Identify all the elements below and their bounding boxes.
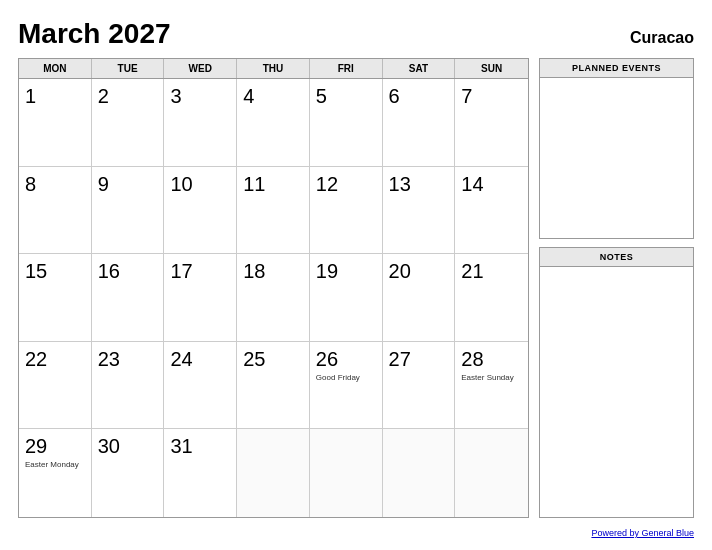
notes-box: NOTES bbox=[539, 247, 694, 518]
day-number: 18 bbox=[243, 259, 303, 283]
day-event: Easter Monday bbox=[25, 460, 85, 470]
day-cell: 12 bbox=[310, 167, 383, 255]
day-cell: 28Easter Sunday bbox=[455, 342, 528, 430]
day-headers: MONTUEWEDTHUFRISATSUN bbox=[19, 59, 528, 79]
day-number: 22 bbox=[25, 347, 85, 371]
day-cell: 7 bbox=[455, 79, 528, 167]
day-header-mon: MON bbox=[19, 59, 92, 78]
day-cell bbox=[310, 429, 383, 517]
day-number: 25 bbox=[243, 347, 303, 371]
day-number: 31 bbox=[170, 434, 230, 458]
powered-by-link[interactable]: Powered by General Blue bbox=[591, 528, 694, 538]
day-cell: 16 bbox=[92, 254, 165, 342]
day-number: 24 bbox=[170, 347, 230, 371]
day-number: 17 bbox=[170, 259, 230, 283]
day-cell: 6 bbox=[383, 79, 456, 167]
main-content: MONTUEWEDTHUFRISATSUN 123456789101112131… bbox=[18, 58, 694, 518]
footer: Powered by General Blue bbox=[18, 522, 694, 540]
day-header-tue: TUE bbox=[92, 59, 165, 78]
day-cell: 21 bbox=[455, 254, 528, 342]
notes-title: NOTES bbox=[540, 248, 693, 267]
day-cell: 11 bbox=[237, 167, 310, 255]
day-cell: 17 bbox=[164, 254, 237, 342]
day-number: 23 bbox=[98, 347, 158, 371]
day-cell: 27 bbox=[383, 342, 456, 430]
day-number: 16 bbox=[98, 259, 158, 283]
day-cell: 13 bbox=[383, 167, 456, 255]
day-number: 20 bbox=[389, 259, 449, 283]
day-cell: 15 bbox=[19, 254, 92, 342]
day-number: 5 bbox=[316, 84, 376, 108]
day-number: 9 bbox=[98, 172, 158, 196]
day-cell: 10 bbox=[164, 167, 237, 255]
planned-events-content bbox=[540, 78, 693, 238]
day-number: 30 bbox=[98, 434, 158, 458]
day-cell: 14 bbox=[455, 167, 528, 255]
day-header-fri: FRI bbox=[310, 59, 383, 78]
calendar-section: MONTUEWEDTHUFRISATSUN 123456789101112131… bbox=[18, 58, 529, 518]
day-cell: 23 bbox=[92, 342, 165, 430]
day-cell: 30 bbox=[92, 429, 165, 517]
day-event: Good Friday bbox=[316, 373, 376, 383]
day-cell: 8 bbox=[19, 167, 92, 255]
day-cell: 24 bbox=[164, 342, 237, 430]
month-title: March 2027 bbox=[18, 18, 171, 50]
day-header-sat: SAT bbox=[383, 59, 456, 78]
day-cell: 20 bbox=[383, 254, 456, 342]
day-cell bbox=[383, 429, 456, 517]
day-cell bbox=[237, 429, 310, 517]
day-cell: 2 bbox=[92, 79, 165, 167]
day-number: 29 bbox=[25, 434, 85, 458]
day-number: 27 bbox=[389, 347, 449, 371]
day-number: 8 bbox=[25, 172, 85, 196]
notes-content bbox=[540, 267, 693, 517]
day-cell: 29Easter Monday bbox=[19, 429, 92, 517]
day-cell: 18 bbox=[237, 254, 310, 342]
day-number: 10 bbox=[170, 172, 230, 196]
day-number: 1 bbox=[25, 84, 85, 108]
day-number: 28 bbox=[461, 347, 522, 371]
region-title: Curacao bbox=[630, 29, 694, 47]
day-number: 15 bbox=[25, 259, 85, 283]
day-cell: 4 bbox=[237, 79, 310, 167]
day-number: 2 bbox=[98, 84, 158, 108]
day-cell: 5 bbox=[310, 79, 383, 167]
day-number: 7 bbox=[461, 84, 522, 108]
day-number: 21 bbox=[461, 259, 522, 283]
day-number: 19 bbox=[316, 259, 376, 283]
day-number: 3 bbox=[170, 84, 230, 108]
day-header-thu: THU bbox=[237, 59, 310, 78]
day-header-wed: WED bbox=[164, 59, 237, 78]
day-number: 4 bbox=[243, 84, 303, 108]
day-cell: 22 bbox=[19, 342, 92, 430]
day-number: 11 bbox=[243, 172, 303, 196]
day-cell: 31 bbox=[164, 429, 237, 517]
page: March 2027 Curacao MONTUEWEDTHUFRISATSUN… bbox=[0, 0, 712, 550]
day-event: Easter Sunday bbox=[461, 373, 522, 383]
day-number: 12 bbox=[316, 172, 376, 196]
planned-events-title: PLANNED EVENTS bbox=[540, 59, 693, 78]
day-number: 26 bbox=[316, 347, 376, 371]
day-header-sun: SUN bbox=[455, 59, 528, 78]
day-cell: 3 bbox=[164, 79, 237, 167]
sidebar: PLANNED EVENTS NOTES bbox=[539, 58, 694, 518]
day-number: 13 bbox=[389, 172, 449, 196]
day-cell: 9 bbox=[92, 167, 165, 255]
day-number: 6 bbox=[389, 84, 449, 108]
calendar-grid: 1234567891011121314151617181920212223242… bbox=[19, 79, 528, 517]
day-cell: 25 bbox=[237, 342, 310, 430]
day-cell: 19 bbox=[310, 254, 383, 342]
planned-events-box: PLANNED EVENTS bbox=[539, 58, 694, 239]
day-number: 14 bbox=[461, 172, 522, 196]
day-cell bbox=[455, 429, 528, 517]
header: March 2027 Curacao bbox=[18, 18, 694, 50]
day-cell: 26Good Friday bbox=[310, 342, 383, 430]
day-cell: 1 bbox=[19, 79, 92, 167]
